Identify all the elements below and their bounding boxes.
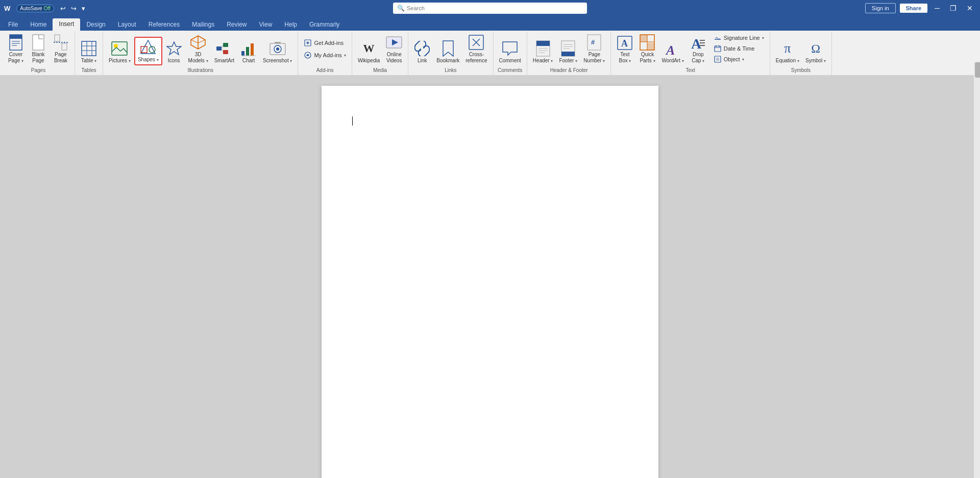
illustrations-items: Pictures ▾ Shapes ▾ Icons 3DModels ▾ — [106, 33, 295, 65]
scroll-thumb[interactable] — [975, 62, 980, 78]
tab-grammarly[interactable]: Grammarly — [303, 18, 346, 31]
undo-button[interactable]: ↩ — [58, 4, 68, 13]
symbols-group: π Equation ▾ Ω Symbol ▾ Symbols — [770, 32, 832, 75]
chart-button[interactable]: Chart — [238, 39, 259, 65]
addins-items: Get Add-ins My Add-ins ▾ — [301, 33, 348, 65]
header-label: Header ▾ — [533, 58, 553, 64]
comments-label: Comments — [497, 66, 524, 74]
tables-group: Table ▾ Tables — [75, 32, 103, 75]
svg-rect-60 — [647, 43, 654, 50]
svg-point-15 — [114, 44, 118, 48]
tab-references[interactable]: References — [142, 18, 186, 31]
3d-models-button[interactable]: 3DModels ▾ — [186, 33, 211, 65]
header-button[interactable]: Header ▾ — [530, 39, 556, 65]
table-button[interactable]: Table ▾ — [78, 39, 100, 65]
tab-help[interactable]: Help — [278, 18, 303, 31]
footer-button[interactable]: Footer ▾ — [556, 39, 580, 65]
svg-rect-27 — [241, 51, 244, 56]
blank-page-button[interactable]: BlankPage — [28, 33, 49, 65]
autosave-label: AutoSave — [20, 6, 42, 11]
vertical-scrollbar[interactable] — [974, 61, 980, 478]
equation-label: Equation ▾ — [776, 58, 799, 64]
smartart-button[interactable]: SmartArt — [212, 39, 237, 65]
3d-models-label: 3DModels ▾ — [188, 52, 208, 64]
svg-rect-29 — [251, 43, 254, 56]
svg-text:#: # — [591, 38, 595, 46]
pictures-button[interactable]: Pictures ▾ — [106, 39, 133, 65]
header-footer-label: Header & Footer — [530, 66, 608, 74]
sign-in-button[interactable]: Sign in — [865, 3, 896, 13]
date-time-icon — [714, 44, 722, 53]
symbol-label: Symbol ▾ — [805, 58, 826, 64]
svg-rect-1 — [10, 35, 22, 39]
tab-design[interactable]: Design — [80, 18, 111, 31]
page-break-button[interactable]: PageBreak — [50, 33, 71, 65]
illustrations-group: Pictures ▾ Shapes ▾ Icons 3DModels ▾ — [103, 32, 298, 75]
page-number-button[interactable]: # PageNumber ▾ — [581, 33, 607, 65]
bookmark-button[interactable]: Bookmark — [434, 39, 462, 65]
tab-review[interactable]: Review — [220, 18, 253, 31]
date-time-button[interactable]: Date & Time — [711, 43, 767, 54]
shapes-label: Shapes ▾ — [138, 57, 159, 63]
addins-group: Get Add-ins My Add-ins ▾ Add-ins — [298, 32, 352, 75]
screenshot-icon — [270, 40, 286, 57]
pages-items: CoverPage ▾ BlankPage PageBreak — [5, 33, 71, 65]
link-button[interactable]: Link — [411, 39, 433, 65]
drop-cap-button[interactable]: A DropCap ▾ — [688, 33, 709, 65]
undo-redo-group: ↩ ↪ ▾ — [58, 4, 87, 13]
close-button[interactable]: ✕ — [964, 3, 976, 13]
object-button[interactable]: Object ▾ — [711, 54, 767, 64]
cross-reference-button[interactable]: Cross-reference — [463, 33, 489, 65]
svg-rect-34 — [275, 42, 281, 44]
cover-page-button[interactable]: CoverPage ▾ — [5, 33, 27, 65]
tab-insert[interactable]: Insert — [53, 18, 80, 31]
text-label: Text — [614, 66, 766, 74]
cover-page-label: CoverPage ▾ — [8, 52, 23, 64]
wordart-button[interactable]: A WordArt ▾ — [659, 39, 686, 65]
get-addins-button[interactable]: Get Add-ins — [301, 38, 346, 48]
object-dropdown: ▾ — [742, 57, 744, 62]
share-button[interactable]: Share — [900, 4, 928, 13]
quick-parts-button[interactable]: QuickParts ▾ — [636, 33, 658, 65]
comment-button[interactable]: Comment — [497, 39, 524, 65]
icons-button[interactable]: Icons — [163, 39, 185, 65]
title-bar-left: W AutoSave Off ↩ ↪ ▾ — [4, 4, 87, 13]
svg-rect-69 — [715, 46, 721, 52]
symbol-button[interactable]: Ω Symbol ▾ — [803, 39, 828, 65]
search-input[interactable] — [407, 5, 583, 11]
tab-file[interactable]: File — [2, 18, 24, 31]
tab-home[interactable]: Home — [24, 18, 53, 31]
bookmark-label: Bookmark — [436, 58, 459, 64]
restore-button[interactable]: ❐ — [947, 3, 960, 13]
wikipedia-button[interactable]: W Wikipedia — [355, 39, 382, 65]
svg-rect-74 — [716, 58, 719, 61]
text-box-label: TextBox ▾ — [619, 52, 631, 64]
online-videos-button[interactable]: OnlineVideos — [383, 33, 405, 65]
my-addins-button[interactable]: My Add-ins ▾ — [301, 50, 348, 60]
icons-label: Icons — [168, 58, 180, 64]
page-break-icon — [53, 34, 69, 51]
equation-button[interactable]: π Equation ▾ — [773, 39, 802, 65]
chart-icon — [240, 40, 257, 57]
title-bar: W AutoSave Off ↩ ↪ ▾ Document1 - Word 🔍 … — [0, 0, 980, 16]
svg-rect-6 — [55, 35, 60, 41]
minimize-button[interactable]: ─ — [932, 3, 943, 13]
screenshot-button[interactable]: Screenshot ▾ — [260, 39, 295, 65]
autosave-toggle[interactable]: AutoSave Off — [16, 5, 54, 12]
media-group: W Wikipedia OnlineVideos Media — [352, 32, 408, 75]
table-icon — [81, 40, 97, 57]
tab-layout[interactable]: Layout — [112, 18, 142, 31]
document-page[interactable] — [322, 86, 658, 478]
shapes-button[interactable]: Shapes ▾ — [134, 37, 162, 65]
quick-access-dropdown[interactable]: ▾ — [80, 4, 87, 13]
smartart-icon — [216, 40, 232, 57]
tab-view[interactable]: View — [253, 18, 279, 31]
text-box-button[interactable]: A TextBox ▾ — [614, 33, 635, 65]
media-items: W Wikipedia OnlineVideos — [355, 33, 405, 65]
tab-mailings[interactable]: Mailings — [186, 18, 220, 31]
title-bar-right: Sign in Share ─ ❐ ✕ — [865, 3, 976, 13]
comments-group: Comment Comments — [494, 32, 527, 75]
signature-line-button[interactable]: Signature Line ▾ — [711, 33, 767, 43]
redo-button[interactable]: ↪ — [69, 4, 79, 13]
svg-rect-9 — [82, 41, 96, 56]
